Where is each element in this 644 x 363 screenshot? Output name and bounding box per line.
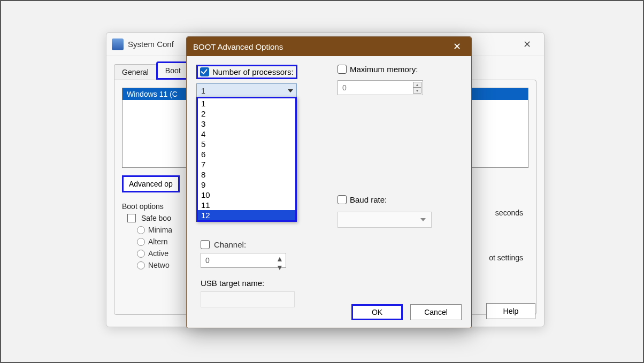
timeout-seconds-label: seconds — [495, 208, 523, 217]
num-processors-row: Number of processors: — [196, 65, 297, 79]
ok-button[interactable]: OK — [351, 304, 403, 320]
proc-option[interactable]: 10 — [198, 190, 295, 200]
radio-minimal-label: Minima — [148, 226, 172, 234]
max-memory-value: 0 — [342, 83, 347, 92]
radio-alternate[interactable] — [137, 238, 145, 246]
proc-option[interactable]: 6 — [198, 149, 295, 159]
radio-active-label: Active — [148, 249, 168, 258]
spin-down-icon[interactable]: ▼ — [413, 88, 421, 94]
num-processors-checkbox[interactable] — [200, 67, 209, 76]
proc-option[interactable]: 7 — [198, 159, 295, 169]
proc-option[interactable]: 1 — [198, 98, 295, 109]
tab-boot[interactable]: Boot — [156, 61, 190, 80]
num-processors-dropdown[interactable]: 1 2 3 4 5 6 7 8 9 10 11 12 — [196, 97, 297, 222]
boot-dialog-titlebar: BOOT Advanced Options ✕ — [187, 37, 471, 56]
channel-value: 0 — [205, 256, 210, 265]
boot-advanced-options-dialog: BOOT Advanced Options ✕ Number of proces… — [186, 36, 472, 328]
channel-input[interactable]: 0 ▲ ▼ — [201, 253, 286, 268]
radio-network-label: Netwo — [148, 261, 170, 269]
channel-label: Channel: — [214, 240, 246, 249]
help-button[interactable]: Help — [486, 303, 535, 319]
baud-rate-group: Baud rate: — [338, 195, 432, 228]
proc-option[interactable]: 8 — [198, 169, 295, 180]
safe-boot-checkbox[interactable] — [127, 214, 136, 222]
baud-rate-select[interactable] — [338, 212, 432, 228]
proc-option[interactable]: 11 — [198, 200, 295, 210]
usb-target-label: USB target name: — [201, 279, 264, 288]
tab-general[interactable]: General — [114, 64, 157, 80]
radio-alternate-label: Altern — [148, 237, 168, 246]
safe-boot-label: Safe boo — [141, 214, 171, 222]
proc-option[interactable]: 3 — [198, 119, 295, 129]
proc-option-selected[interactable]: 12 — [198, 210, 295, 220]
channel-checkbox[interactable] — [201, 240, 210, 249]
close-icon[interactable]: ✕ — [515, 36, 539, 52]
radio-minimal[interactable] — [137, 226, 145, 234]
chevron-down-icon — [288, 89, 293, 92]
advanced-options-button[interactable]: Advanced op — [122, 175, 180, 192]
proc-option[interactable]: 4 — [198, 129, 295, 139]
usb-target-input[interactable] — [201, 291, 295, 307]
boot-dialog-title: BOOT Advanced Options — [193, 42, 283, 51]
sysconf-title: System Conf — [128, 40, 174, 49]
baud-rate-checkbox[interactable] — [338, 195, 347, 204]
num-processors-combo[interactable]: 1 — [196, 83, 297, 98]
msconfig-icon — [112, 38, 124, 50]
chevron-down-icon — [420, 218, 426, 221]
spin-down-icon[interactable]: ▼ — [276, 263, 285, 272]
radio-active[interactable] — [137, 250, 145, 258]
baud-rate-label: Baud rate: — [350, 195, 387, 204]
close-icon[interactable]: ✕ — [449, 41, 465, 52]
proc-option[interactable]: 2 — [198, 109, 295, 119]
proc-option[interactable]: 5 — [198, 139, 295, 149]
proc-option[interactable]: 9 — [198, 180, 295, 190]
max-memory-label: Maximum memory: — [350, 65, 418, 74]
spin-up-icon[interactable]: ▲ — [276, 254, 285, 263]
num-processors-label: Number of processors: — [212, 67, 294, 76]
max-memory-checkbox[interactable] — [338, 65, 347, 74]
radio-network[interactable] — [137, 261, 145, 269]
cancel-button[interactable]: Cancel — [410, 304, 462, 320]
num-processors-value: 1 — [201, 87, 205, 95]
spin-up-icon[interactable]: ▲ — [413, 82, 421, 88]
persist-settings-label: ot settings — [489, 253, 523, 262]
max-memory-input[interactable]: 0 ▲ ▼ — [338, 80, 423, 95]
max-memory-row: Maximum memory: — [338, 65, 418, 74]
